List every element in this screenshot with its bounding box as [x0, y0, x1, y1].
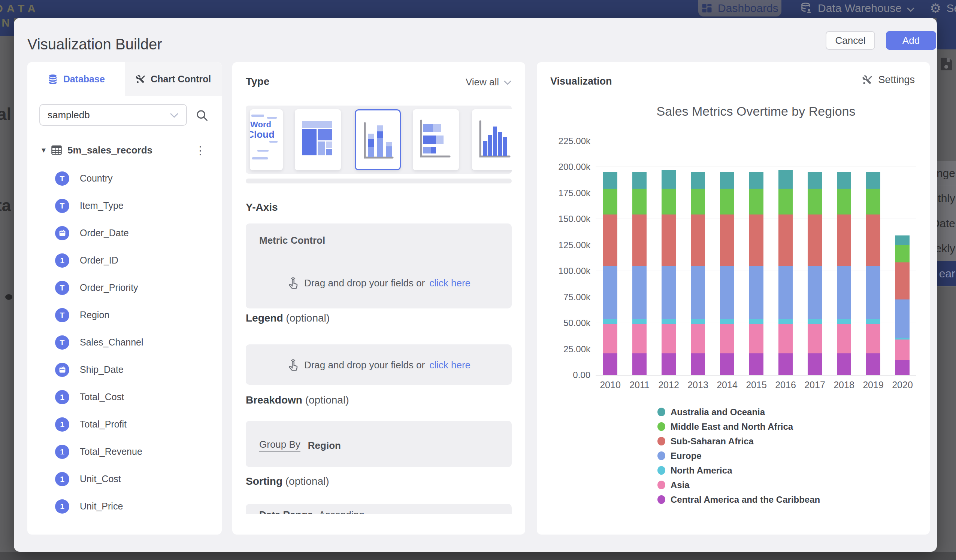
type-option-stacked-bar[interactable]: [413, 109, 459, 170]
bar-segment: [778, 170, 792, 189]
y-tick-label: 125.00k: [537, 240, 590, 251]
menu-item-fragment[interactable]: nthly: [937, 186, 956, 211]
bar-segment: [632, 266, 646, 319]
save-icon[interactable]: [940, 56, 953, 74]
drop-text: Drag and drop your fields or: [304, 278, 425, 289]
tap-hand-icon: [287, 358, 300, 372]
x-tick-label: 2014: [720, 380, 734, 391]
field-item[interactable]: Order_Date: [27, 220, 222, 247]
type-options: WordCloud: [246, 105, 512, 174]
add-button[interactable]: Add: [886, 31, 936, 50]
field-item[interactable]: 1Total_Revenue: [27, 438, 222, 465]
kebab-menu-icon[interactable]: ⋮: [195, 144, 206, 157]
field-item[interactable]: 1Total_Cost: [27, 383, 222, 411]
cancel-button[interactable]: Cancel: [825, 31, 875, 50]
field-label: Item_Type: [80, 200, 124, 211]
metric-click-here-link[interactable]: click here: [429, 278, 470, 289]
logo-line-1: DATA: [0, 2, 39, 15]
legend-item[interactable]: Asia: [657, 480, 820, 489]
background-text-fragment-2: ta: [0, 196, 11, 215]
group-by-link[interactable]: Group By: [259, 439, 300, 452]
type-option-stacked-column[interactable]: [355, 109, 401, 170]
field-item[interactable]: TItem_Type: [27, 192, 222, 220]
field-item[interactable]: Ship_Date: [27, 356, 222, 383]
sorting-box[interactable]: Data Range Ascending: [246, 504, 512, 514]
legend-dropzone[interactable]: Drag and drop your fields or click here: [246, 344, 512, 385]
tab-chart-control[interactable]: Chart Control: [125, 62, 222, 96]
builder-scroll-area[interactable]: Type View all WordCloud Y-Axis Metric Co…: [232, 62, 525, 514]
field-item[interactable]: 1Total_Profit: [27, 411, 222, 438]
bar-segment: [603, 189, 617, 215]
field-item[interactable]: 1Unit_Price: [27, 493, 222, 520]
nav-settings[interactable]: ⚙ Settings: [930, 0, 956, 16]
tab-database[interactable]: Database: [27, 62, 125, 96]
bar-segment: [749, 324, 763, 353]
view-all-label: View all: [465, 76, 499, 88]
x-tick-label: 2017: [808, 380, 822, 391]
bar-segment: [662, 319, 676, 324]
bar-segment: [603, 353, 617, 375]
field-item[interactable]: TCountry: [27, 165, 222, 192]
legend-label: Central America and the Caribbean: [671, 494, 820, 505]
legend-optional-text: (optional): [286, 312, 330, 324]
drop-text: Drag and drop your fields or: [304, 359, 425, 371]
type-option-treemap[interactable]: [295, 109, 341, 170]
field-item[interactable]: TOrder_Priority: [27, 274, 222, 301]
menu-item-fragment[interactable]: ear: [937, 261, 956, 286]
nav-data-warehouse[interactable]: Data Warehouse: [800, 0, 914, 16]
y-tick-label: 150.00k: [537, 214, 590, 224]
sorting-row-label: Data Range: [259, 509, 313, 514]
bar-segment: [778, 215, 792, 266]
nav-dashboards[interactable]: Dashboards: [698, 0, 781, 16]
bar-2011: [632, 172, 646, 375]
field-item[interactable]: TRegion: [27, 301, 222, 329]
legend-item[interactable]: North America: [657, 466, 820, 475]
caret-down-icon[interactable]: ▾: [42, 145, 46, 155]
x-tick-label: 2018: [837, 380, 851, 391]
bar-segment: [749, 353, 763, 375]
legend-click-here-link[interactable]: click here: [429, 359, 470, 371]
type-option-word-cloud[interactable]: WordCloud: [250, 109, 283, 170]
legend-item[interactable]: Sub-Saharan Africa: [657, 436, 820, 446]
metric-control-dropzone[interactable]: Metric Control Drag and drop your fields…: [246, 223, 512, 309]
view-all-dropdown[interactable]: View all: [465, 76, 512, 88]
visualization-panel: Visualization Settings Sales Metrics Ove…: [537, 62, 930, 535]
field-item[interactable]: TSales_Channel: [27, 329, 222, 356]
legend-dot: [657, 452, 665, 460]
y-axis-labels: 225.00k200.00k175.00k150.00k125.00k100.0…: [537, 141, 590, 375]
field-label: Order_Priority: [80, 282, 138, 293]
field-item[interactable]: 1Order_ID: [27, 247, 222, 274]
chart-plot: [596, 141, 916, 375]
legend-item[interactable]: Central America and the Caribbean: [657, 495, 820, 504]
bar-segment: [603, 172, 617, 188]
menu-item-fragment[interactable]: k Date: [937, 211, 956, 236]
bar-segment: [895, 300, 910, 338]
type-option-column[interactable]: [472, 109, 512, 170]
legend-item[interactable]: Australia and Oceania: [657, 407, 820, 417]
bar-2010: [603, 172, 617, 375]
bar-segment: [808, 172, 822, 188]
table-tree-row[interactable]: ▾ 5m_sales_records ⋮: [27, 141, 222, 159]
legend-item[interactable]: Europe: [657, 451, 820, 460]
field-item[interactable]: 1Unit_Cost: [27, 465, 222, 493]
bar-segment: [720, 189, 734, 215]
field-type-number-icon: 1: [55, 253, 69, 268]
table-name: 5m_sales_records: [68, 144, 153, 156]
breakdown-box[interactable]: Group By Region: [246, 421, 512, 467]
search-icon[interactable]: [195, 108, 209, 124]
x-tick-label: 2012: [662, 380, 676, 391]
type-scrollbar[interactable]: [246, 179, 512, 184]
menu-item-fragment[interactable]: eekly: [937, 236, 956, 261]
legend-item[interactable]: Middle East and North Africa: [657, 422, 820, 431]
bars: [596, 141, 916, 375]
y-tick-label: 175.00k: [537, 188, 590, 198]
background-text-fragment-1: al: [0, 104, 11, 124]
bar-segment: [808, 353, 822, 375]
menu-item-fragment[interactable]: nge: [937, 161, 956, 186]
group-by-value: Region: [308, 440, 341, 452]
word-cloud-word-1: Word: [250, 120, 283, 130]
database-select[interactable]: sampledb: [39, 104, 187, 126]
legend-label: Sub-Saharan Africa: [671, 436, 754, 447]
field-type-text-icon: T: [55, 199, 69, 213]
chart-settings-button[interactable]: Settings: [862, 74, 915, 86]
